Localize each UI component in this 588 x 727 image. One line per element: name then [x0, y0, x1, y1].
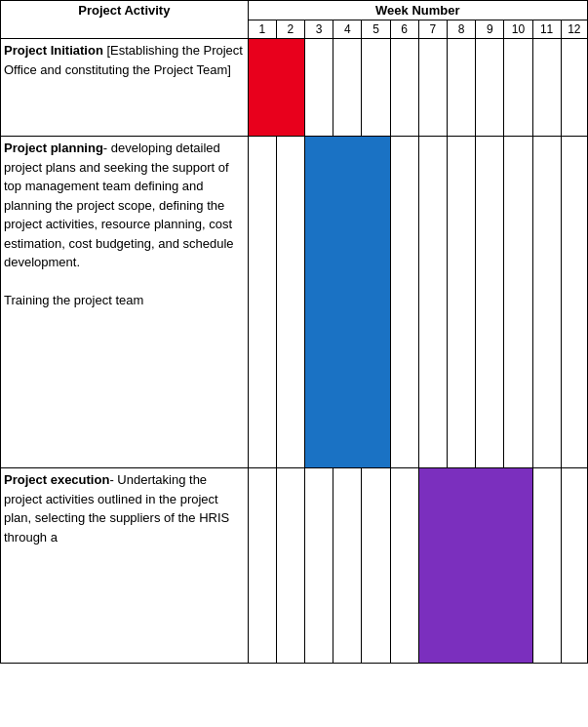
week-4: 4	[333, 20, 362, 39]
initiation-empty-9	[476, 39, 504, 137]
initiation-empty-11	[532, 39, 561, 137]
execution-empty-3	[305, 468, 333, 664]
execution-empty-5	[362, 468, 390, 664]
row-initiation: Project Initiation [Establishing the Pro…	[1, 39, 588, 137]
execution-bar-weeks7-10	[418, 468, 532, 664]
week-10: 10	[504, 20, 532, 39]
initiation-empty-7	[418, 39, 447, 137]
initiation-empty-12	[561, 39, 587, 137]
week-8: 8	[447, 20, 475, 39]
week-5: 5	[362, 20, 390, 39]
execution-empty-6	[390, 468, 418, 664]
initiation-empty-3	[305, 39, 333, 137]
activity-execution-text: Project execution- Undertaking the proje…	[1, 468, 249, 664]
week-number-header: Week Number	[248, 1, 587, 20]
planning-empty-11	[532, 137, 561, 468]
row-planning: Project planning- developing detailed pr…	[1, 137, 588, 468]
planning-empty-1	[248, 137, 276, 468]
activity-initiation-name: Project Initiation	[4, 43, 106, 58]
activity-column-header: Project Activity	[1, 1, 249, 39]
activity-initiation-text: Project Initiation [Establishing the Pro…	[1, 39, 249, 137]
initiation-empty-4	[333, 39, 362, 137]
planning-empty-12	[561, 137, 587, 468]
initiation-empty-6	[390, 39, 418, 137]
initiation-empty-5	[362, 39, 390, 137]
planning-empty-7	[418, 137, 447, 468]
week-3: 3	[305, 20, 333, 39]
execution-empty-11	[532, 468, 561, 664]
initiation-empty-8	[447, 39, 475, 137]
header-row: Project Activity Week Number	[1, 1, 588, 20]
week-6: 6	[390, 20, 418, 39]
week-7: 7	[418, 20, 447, 39]
planning-empty-2	[276, 137, 304, 468]
planning-empty-8	[447, 137, 475, 468]
week-9: 9	[476, 20, 504, 39]
planning-empty-6	[390, 137, 418, 468]
initiation-empty-10	[504, 39, 532, 137]
week-12: 12	[561, 20, 587, 39]
activity-planning-text: Project planning- developing detailed pr…	[1, 137, 249, 468]
row-execution: Project execution- Undertaking the proje…	[1, 468, 588, 664]
execution-empty-4	[333, 468, 362, 664]
initiation-bar-week1	[248, 39, 304, 137]
activity-execution-name: Project execution	[4, 472, 109, 487]
execution-empty-1	[248, 468, 276, 664]
planning-empty-10	[504, 137, 532, 468]
planning-bar-weeks3-5	[305, 137, 391, 468]
week-2: 2	[276, 20, 304, 39]
gantt-chart: Project Activity Week Number 1 2 3 4 5 6…	[0, 0, 588, 664]
week-1: 1	[248, 20, 276, 39]
week-11: 11	[532, 20, 561, 39]
activity-planning-name: Project planning	[4, 141, 103, 155]
execution-empty-12	[561, 468, 587, 664]
execution-empty-2	[276, 468, 304, 664]
planning-empty-9	[476, 137, 504, 468]
